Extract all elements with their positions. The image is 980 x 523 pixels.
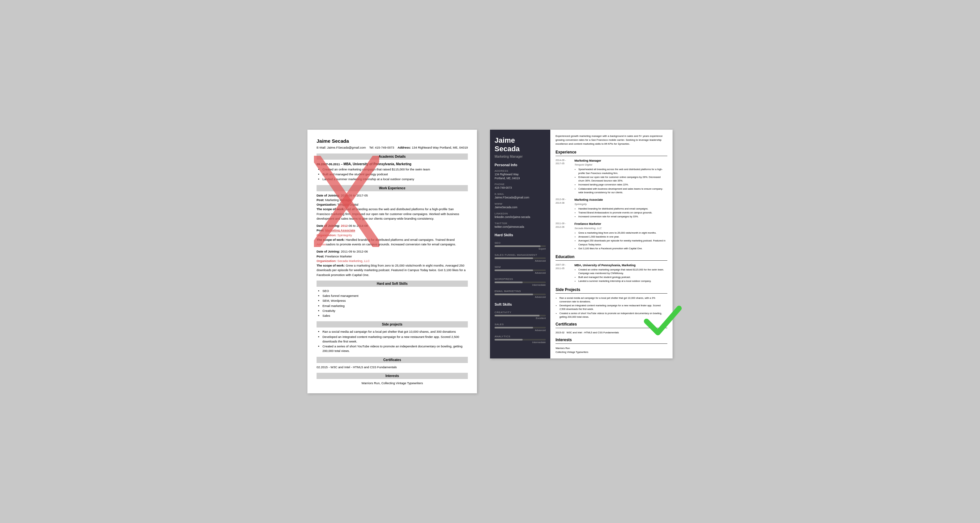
side-section-title: Side Projects	[555, 287, 667, 294]
www-field: WWW JaimeSecada.com	[495, 202, 546, 210]
phone-field: Phone 415-749-0073	[495, 183, 546, 190]
right-sidebar: Jaime Secada Marketing Manager Personal …	[490, 130, 550, 358]
hard-skills-header: Hard Skills	[495, 233, 546, 237]
section-side: Side projects	[317, 321, 468, 327]
edu-0: 2007-09 -2011-05 MBA, University of Penn…	[555, 263, 667, 283]
right-interests-1: Collecting Vintage Typewriters	[555, 350, 667, 354]
skill-seo: SEO Expert	[495, 242, 546, 250]
right-interests-0: Warriors Run	[555, 347, 667, 350]
email-field: E-mail Jaime.FSecada@gmail.com	[495, 192, 546, 200]
section-skills: Hard and Soft Skills	[317, 281, 468, 287]
right-resume-wrapper: Jaime Secada Marketing Manager Personal …	[490, 130, 673, 358]
work-entry-2: Date of Joining: 2011-09 to 2012-06 Post…	[317, 249, 468, 277]
left-contact: E-Mail: Jaime.FSecada@gmail.com Tel: 415…	[317, 145, 468, 150]
right-side-projects: Ran a social media ad campaign for a loc…	[555, 296, 667, 319]
skill-wordpress: WORDPRESS Intermediate	[495, 278, 546, 286]
exp-2: 2011-09 -2012-06 Freelance Marketer Seca…	[555, 222, 667, 251]
exp-1: 2012-06 -2014-08 Marketing Associate Spi…	[555, 198, 667, 219]
skill-sales: SALES Advanced	[495, 323, 546, 332]
work-entry-0: Date of Joining: 2014-09 to 2017-05 Post…	[317, 193, 468, 221]
linkedin-field: LinkedIn linkedin.com/in/jaime-secada	[495, 212, 546, 219]
skill-sem: SEM Advanced	[495, 265, 546, 274]
left-interests: Warriors Run, Collecting Vintage Typewri…	[317, 381, 468, 385]
edu-section-title: Education	[555, 254, 667, 261]
skill-email: EMAIL MARKETING Advanced	[495, 290, 546, 299]
academic-bullets: Created an online marketing campaign tha…	[317, 167, 468, 182]
right-title: Marketing Manager	[495, 155, 546, 158]
section-interests: Interests	[317, 373, 468, 379]
skill-analytics: ANALYTICS Intermediate	[495, 335, 546, 344]
right-summary: Experienced growth marketing manager wit…	[555, 134, 667, 146]
skill-creativity: CREATIVITY Excellent	[495, 311, 546, 320]
hard-skills-section: SEO Expert SALES FUNNEL MANAGEMENT Advan…	[495, 242, 546, 299]
section-academic: Academic Details	[317, 154, 468, 160]
right-main-content: Experienced growth marketing manager wit…	[550, 130, 673, 358]
interests-section-title: Interests	[555, 337, 667, 344]
edu-entry: 09.2007-05.2011 – MBA, University of Pen…	[317, 162, 468, 182]
left-cert: 02.2015 - W3C and Intel - HTML5 and CSS …	[317, 365, 468, 369]
right-name: Jaime Secada	[495, 136, 546, 154]
right-cert: 2015-02 W3C and Intel - HTML5 and CSS Fu…	[555, 331, 667, 334]
left-resume-wrapper: Jaime Secada E-Mail: Jaime.FSecada@gmail…	[307, 130, 477, 393]
left-resume: Jaime Secada E-Mail: Jaime.FSecada@gmail…	[307, 130, 477, 393]
section-certs: Certificates	[317, 357, 468, 363]
cert-section-title: Certificates	[555, 321, 667, 328]
exp-0: 2014-09 -2017-05 Marketing Manager Tenqu…	[555, 159, 667, 194]
left-address: Address: 134 Rightward Way Portland, ME,…	[398, 145, 468, 150]
skill-sfm: SALES FUNNEL MANAGEMENT Advanced	[495, 254, 546, 262]
soft-skills-header: Soft Skills	[495, 302, 546, 306]
twitter-field: Twitter twitter.com/jaimesecada	[495, 222, 546, 229]
right-name-block: Jaime Secada Marketing Manager	[495, 136, 546, 158]
exp-section-title: Experience	[555, 149, 667, 156]
side-projects-list: Ran a social media ad campaign for a loc…	[317, 329, 468, 353]
section-work: Work Experience	[317, 185, 468, 191]
right-resume: Jaime Secada Marketing Manager Personal …	[490, 130, 673, 358]
address-field: Address 134 Rightward WayPortland, ME, 0…	[495, 169, 546, 181]
soft-skills-section: CREATIVITY Excellent SALES Advanced ANAL…	[495, 311, 546, 344]
skills-list: SEO Sales funnel management SEM, Wordpre…	[317, 289, 468, 318]
personal-info-header: Personal Info	[495, 163, 546, 167]
work-entry-1: Date of Joining: 2012-06 to 2014-08 Post…	[317, 224, 468, 247]
main-container: Jaime Secada E-Mail: Jaime.FSecada@gmail…	[307, 130, 673, 393]
left-name: Jaime Secada	[317, 138, 468, 145]
left-email: E-Mail: Jaime.FSecada@gmail.com Tel: 415…	[317, 145, 394, 150]
